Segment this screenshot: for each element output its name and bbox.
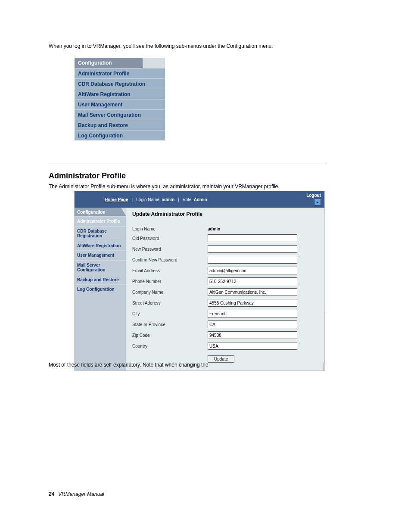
new-password-input[interactable] bbox=[208, 245, 297, 253]
menu-item-mail-server[interactable]: Mail Server Configuration bbox=[75, 109, 165, 120]
sidebar: Configuration Administrator Profile CDR … bbox=[75, 208, 126, 370]
logout-icon[interactable]: ▸ bbox=[314, 199, 321, 205]
footer-title: VRManager Manual bbox=[58, 491, 104, 497]
country-input[interactable] bbox=[208, 342, 297, 350]
admin-profile-heading: Administrator Profile bbox=[49, 171, 126, 180]
admin-profile-para1: The Administrator Profile sub-menu is wh… bbox=[49, 183, 324, 190]
sidebar-header: Configuration bbox=[75, 208, 126, 216]
role-label: Role: Admin bbox=[183, 197, 207, 202]
page-title: Update Administrator Profile bbox=[132, 211, 318, 217]
footer-page-number: 24 bbox=[49, 491, 54, 497]
street-label: Street Address bbox=[132, 301, 208, 305]
config-menu-header: Configuration bbox=[75, 58, 165, 68]
sidebar-item-backup[interactable]: Backup and Restore bbox=[75, 275, 126, 285]
country-label: Country bbox=[132, 344, 208, 348]
city-input[interactable] bbox=[208, 310, 297, 317]
topbar-sep2: | bbox=[178, 197, 179, 202]
section-divider bbox=[49, 164, 324, 164]
sidebar-item-user-mgmt[interactable]: User Management bbox=[75, 250, 126, 260]
admin-profile-screenshot: Home Page | Login Name: admin | Role: Ad… bbox=[75, 191, 324, 370]
menu-item-admin-profile[interactable]: Administrator Profile bbox=[75, 68, 165, 78]
sidebar-item-altiware[interactable]: AltiWare Registration bbox=[75, 241, 126, 251]
config-menu-screenshot: Configuration Administrator Profile CDR … bbox=[75, 58, 165, 140]
sidebar-item-mail-server[interactable]: Mail Server Configuration bbox=[75, 260, 126, 275]
company-input[interactable] bbox=[208, 288, 297, 296]
login-name-field-label: Login Name bbox=[132, 227, 208, 231]
state-label: State or Province bbox=[132, 322, 208, 327]
logout-link[interactable]: Logout bbox=[306, 193, 321, 198]
login-name-field-value: admin bbox=[208, 227, 318, 231]
email-input[interactable] bbox=[208, 267, 297, 274]
city-label: City bbox=[132, 311, 208, 316]
menu-item-log-config[interactable]: Log Configuration bbox=[75, 130, 165, 140]
email-label: Email Address bbox=[132, 268, 208, 273]
topbar-sep1: | bbox=[131, 197, 133, 202]
phone-label: Phone Number bbox=[132, 279, 208, 284]
scrollbar-track[interactable] bbox=[324, 312, 324, 364]
menu-item-backup[interactable]: Backup and Restore bbox=[75, 120, 165, 130]
sidebar-item-admin-profile[interactable]: Administrator Profile bbox=[75, 216, 126, 226]
zip-input[interactable] bbox=[208, 331, 297, 339]
new-password-label: New Password bbox=[132, 247, 208, 252]
config-menu-header-label: Configuration bbox=[78, 60, 112, 66]
zip-label: Zip Code bbox=[132, 333, 208, 338]
home-page-link[interactable]: Home Page bbox=[105, 197, 128, 202]
admin-profile-para2: Most of these fields are self-explanator… bbox=[49, 361, 324, 369]
intro-paragraph: When you log in to VRManager, you'll see… bbox=[49, 42, 324, 50]
sidebar-item-log-config[interactable]: Log Configuration bbox=[75, 284, 126, 294]
app-topbar: Home Page | Login Name: admin | Role: Ad… bbox=[75, 191, 324, 208]
old-password-input[interactable] bbox=[208, 234, 297, 242]
street-input[interactable] bbox=[208, 299, 297, 307]
sidebar-item-cdr-db[interactable]: CDR Database Registration bbox=[75, 226, 126, 241]
confirm-password-input[interactable] bbox=[208, 256, 297, 264]
menu-item-altiware[interactable]: AltiWare Registration bbox=[75, 89, 165, 99]
old-password-label: Old Password bbox=[132, 236, 208, 241]
login-name-label: Login Name: admin bbox=[136, 197, 174, 202]
phone-input[interactable] bbox=[208, 277, 297, 285]
content-panel: Update Administrator Profile Login Name … bbox=[126, 208, 324, 370]
confirm-password-label: Confirm New Password bbox=[132, 258, 208, 262]
company-label: Company Name bbox=[132, 290, 208, 295]
menu-item-cdr-db[interactable]: CDR Database Registration bbox=[75, 78, 165, 89]
state-input[interactable] bbox=[208, 320, 297, 328]
logout-area: Logout ▸ bbox=[306, 193, 321, 205]
menu-item-user-mgmt[interactable]: User Management bbox=[75, 99, 165, 109]
